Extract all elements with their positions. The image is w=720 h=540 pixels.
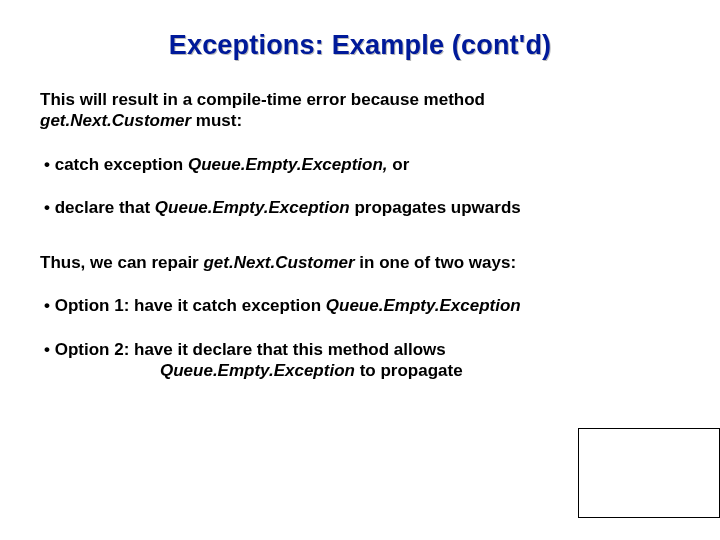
b2-exception: Queue.Empty.Exception — [155, 198, 350, 217]
slide-title: Exceptions: Example (cont'd) — [40, 30, 680, 61]
b1-exception: Queue.Empty.Exception, — [188, 155, 388, 174]
slide: Exceptions: Example (cont'd) This will r… — [0, 0, 720, 540]
bullet-dot-icon — [44, 296, 55, 315]
intro-paragraph: This will result in a compile-time error… — [40, 89, 680, 132]
option-2: Option 2: have it declare that this meth… — [40, 339, 680, 382]
bullet-dot-icon — [44, 155, 55, 174]
repair-paragraph: Thus, we can repair get.Next.Customer in… — [40, 252, 680, 273]
b1-pre: catch exception — [55, 155, 188, 174]
option-1: Option 1: have it catch exception Queue.… — [40, 295, 680, 316]
opt2-line2-wrap: Queue.Empty.Exception to propagate — [44, 360, 463, 381]
corner-box — [578, 428, 720, 518]
opt1-exception: Queue.Empty.Exception — [326, 296, 521, 315]
opt1-pre: Option 1: have it catch exception — [55, 296, 326, 315]
b2-post: propagates upwards — [350, 198, 521, 217]
intro-text-2: must: — [191, 111, 242, 130]
repair-post: in one of two ways: — [355, 253, 517, 272]
repair-method-name: get.Next.Customer — [203, 253, 354, 272]
repair-pre: Thus, we can repair — [40, 253, 203, 272]
bullet-dot-icon — [44, 340, 55, 359]
opt2-post: to propagate — [355, 361, 463, 380]
intro-text-1: This will result in a compile-time error… — [40, 90, 485, 109]
intro-method-name: get.Next.Customer — [40, 111, 191, 130]
b2-pre: declare that — [55, 198, 155, 217]
opt2-exception: Queue.Empty.Exception — [160, 361, 355, 380]
opt2-line1: Option 2: have it declare that this meth… — [55, 340, 446, 359]
bullet-dot-icon — [44, 198, 55, 217]
bullet-catch: catch exception Queue.Empty.Exception, o… — [40, 154, 680, 175]
bullet-declare: declare that Queue.Empty.Exception propa… — [40, 197, 680, 218]
b1-post: or — [388, 155, 410, 174]
